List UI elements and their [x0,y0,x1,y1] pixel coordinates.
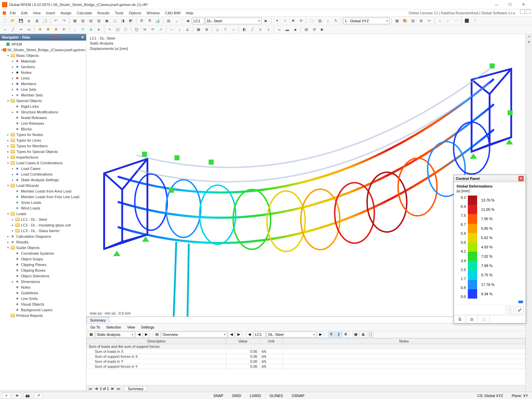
tree-special-0[interactable]: Rigid Links [0,103,86,109]
menu-insert[interactable]: Insert [43,9,58,16]
stress-icon[interactable]: ▨ [316,17,324,25]
dim-ang-icon[interactable]: ∡ [184,26,191,33]
menu-help[interactable]: Help [183,9,196,16]
legend-icon[interactable]: ▤ [303,26,310,33]
tree-loadwiz[interactable]: ▾Load Wizards [0,183,86,188]
show-num-icon[interactable]: # [257,26,264,33]
grid-icon[interactable]: ▦ [393,17,401,25]
summary-export-icon[interactable]: ▦ [352,332,359,337]
render-line-icon[interactable]: ╱ [249,26,256,33]
calc-all-icon[interactable]: ⚗ [146,17,153,25]
menu-window[interactable]: Window [144,9,162,16]
tree-misc-1[interactable]: ▸Results [0,239,86,245]
support-icon[interactable]: ▽ [222,26,229,33]
menu-file[interactable]: File [7,9,19,16]
status-grid[interactable]: GRID [230,394,243,398]
control-panel[interactable]: Control Panel ✕ Global Deformations |u| … [454,175,526,324]
load-l-icon[interactable]: ⇊ [87,26,94,33]
fe-icon[interactable]: ⊞ [203,26,210,33]
table-row[interactable]: Sum of support forces in Y0.00kN [87,364,525,369]
view-iso-icon[interactable]: ▦ [71,17,78,25]
save-as-icon[interactable]: 🗎 [25,17,33,25]
tree-basic-0[interactable]: ▸Materials [0,58,86,64]
summary-grid-icon[interactable]: ▦ [88,332,94,337]
tree-go-5[interactable]: ▸Dimensions [0,279,86,284]
dim-h-icon[interactable]: ↔ [168,26,175,33]
cp-apply-icon[interactable]: 📄 [506,306,514,314]
star4-icon[interactable]: ❊ [297,17,305,25]
lc-code-combo[interactable]: LC1 [192,18,204,24]
render-cube-icon[interactable]: ◧ [241,26,248,33]
tree-basic-objects[interactable]: ▾Basic Objects [0,53,86,58]
axis-h-icon[interactable]: ↔ [436,17,444,25]
summary-filter-3[interactable]: ⚙ [342,332,349,337]
summary-view[interactable]: View [124,325,138,329]
close-button[interactable]: ✕ [517,0,530,9]
tree-typegrp-1[interactable]: ▸Types for Lines [0,137,86,143]
tree-lw-2[interactable]: Snow Loads [0,200,86,205]
license-btn-2[interactable] [526,9,531,14]
mesh-icon[interactable]: ▦ [195,26,202,33]
save-icon[interactable]: 💾 [17,17,25,25]
summary-lc-code[interactable]: LC1 [253,332,266,337]
hinge-icon[interactable]: ○ [230,26,237,33]
table-row[interactable]: Sum of loads in Y0.00kN [87,359,525,364]
cp-tab-colors-icon[interactable]: ☰ [454,315,466,323]
license-btn-1[interactable] [520,9,525,14]
colors-icon[interactable]: 🎨 [401,17,409,25]
tree-lc-0[interactable]: ▸Load Cases [0,166,86,171]
summary-next-3[interactable]: ▶ [317,332,324,337]
sel-cursor-icon[interactable]: ↖ [106,26,113,33]
copy-icon[interactable]: ⿻ [133,26,140,33]
surf-res-icon[interactable]: ▬ [284,26,291,33]
tree-load-1[interactable]: ▸LC2 - DL - Insulating glass unit [0,222,86,228]
tool1-icon[interactable]: ✚ [36,26,44,33]
overview-combo[interactable]: Overview▾ [161,332,227,337]
sel-rect-icon[interactable]: ◫ [114,26,121,33]
iso-icon[interactable]: ◔ [311,26,318,33]
pager-next-icon[interactable]: ▶ [110,386,115,391]
draw-point-icon[interactable]: • [1,26,9,33]
tree-basic-5[interactable]: ▸Line Sets [0,86,86,92]
control-panel-close-icon[interactable]: ✕ [518,176,524,181]
tool2-icon[interactable]: ✖ [44,26,52,33]
next-lc-icon[interactable]: ▶ [262,17,270,25]
report-icon[interactable]: 📑 [41,17,49,25]
status-glines[interactable]: GLINES [268,394,285,398]
tree-special-3[interactable]: Line Releases [0,120,86,126]
col-unit[interactable]: Unit [260,338,283,344]
view-xy-icon[interactable]: ▥ [79,17,86,25]
summary-view-icon[interactable]: ▤ [154,332,160,337]
col-description[interactable]: Description [87,338,226,344]
status-snap[interactable]: SNAP [211,394,225,398]
tree-go-0[interactable]: Coordinate Systems [0,250,86,256]
menu-results[interactable]: Results [95,9,112,16]
status-axis-icon[interactable]: ↗ [34,393,43,399]
star2-icon[interactable]: ✧ [281,17,289,25]
draw-surf-icon[interactable]: ▭ [25,26,33,33]
draw-line-icon[interactable]: ╱ [9,26,17,33]
undo-icon[interactable]: ↶ [52,17,60,25]
summary-table-wrap[interactable]: Description Value Unit Notes Sum of load… [86,338,525,385]
sel-poly-icon[interactable]: ⬠ [122,26,129,33]
load-a-icon[interactable]: ▼ [95,26,102,33]
summary-settings[interactable]: Settings [138,325,157,329]
moment-icon[interactable]: ↻ [332,17,339,25]
panel-icon[interactable]: ▥ [409,17,417,25]
clip-icon[interactable]: ✂ [425,17,433,25]
menu-calculate[interactable]: Calculate [74,9,95,16]
summary-prev-2[interactable]: ◀ [228,332,235,337]
status-coord-icon[interactable]: ⌖ [2,393,11,399]
view-fit-icon[interactable]: ▣ [103,17,110,25]
tree-root[interactable]: RFEM [0,41,86,47]
tree-lw-0[interactable]: Member Loads from Area Load [0,188,86,194]
menu-cadbim[interactable]: CAD-BIM [162,9,183,16]
section-icon[interactable]: ⊞ [417,17,425,25]
view-wire-icon[interactable]: ▢ [111,17,118,25]
suplabel-icon[interactable]: △ [214,26,221,33]
tree-go-7[interactable]: Guidelines [0,290,86,296]
tree-lc-1[interactable]: ▸Load Combinations [0,171,86,177]
summary-tab[interactable]: Summary [86,317,109,323]
tree-special-1[interactable]: ▸Structure Modifications [0,109,86,115]
tree-go-8[interactable]: Line Grids [0,296,86,301]
